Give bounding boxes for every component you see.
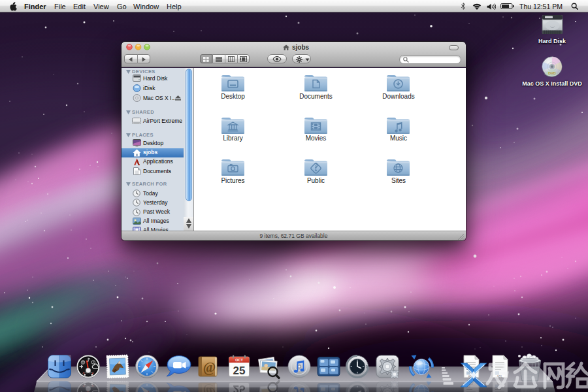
svg-text:DVD: DVD [548,71,556,75]
